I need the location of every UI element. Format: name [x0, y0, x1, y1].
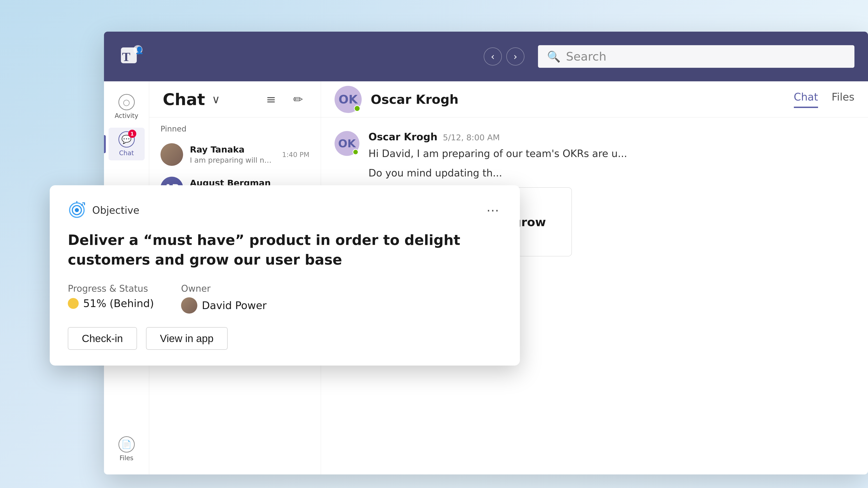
ray-preview: I am preparing will need the initial lis…	[190, 156, 275, 164]
ray-info: Ray Tanaka I am preparing will need the …	[190, 144, 275, 164]
sidebar-item-chat[interactable]: 💬 1 Chat	[108, 128, 145, 160]
chat-dropdown-icon[interactable]: ∨	[212, 93, 220, 106]
convo-tabs: Chat Files	[794, 91, 855, 108]
popup-more-button[interactable]: ⋯	[484, 201, 502, 219]
progress-dot-icon	[68, 298, 79, 309]
popup-objective-label: Objective	[92, 204, 140, 216]
popup-card: Objective ⋯ Deliver a “must have” produc…	[50, 185, 520, 365]
title-bar: T 👤 ‹ › 🔍 Search	[104, 32, 868, 81]
sidebar-item-files[interactable]: 📄 Files	[108, 433, 145, 465]
chat-badge: 1	[128, 130, 136, 138]
sidebar-activity-wrap: ○ Activity	[104, 90, 149, 123]
tab-files[interactable]: Files	[832, 91, 855, 108]
chat-panel-header: Chat ∨ ≡ ✏	[149, 81, 321, 118]
svg-text:👤: 👤	[135, 46, 144, 55]
tab-chat[interactable]: Chat	[794, 91, 818, 108]
sidebar-files-wrap: 📄 Files	[104, 433, 149, 465]
compose-icon[interactable]: ✏	[289, 90, 307, 108]
ray-avatar	[160, 143, 183, 166]
ray-time: 1:40 PM	[282, 151, 309, 159]
chat-item-ray[interactable]: Ray Tanaka I am preparing will need the …	[149, 138, 321, 171]
svg-text:T: T	[122, 50, 130, 64]
msg-time: 5/12, 8:00 AM	[443, 133, 500, 142]
convo-header: OK Oscar Krogh Chat Files	[321, 81, 868, 118]
msg-status-dot	[352, 149, 359, 155]
chat-icon: 💬 1	[119, 131, 135, 148]
files-icon: 📄	[119, 436, 135, 453]
search-bar[interactable]: 🔍 Search	[538, 45, 855, 68]
sidebar-item-files-label: Files	[120, 454, 133, 462]
popup-objective-icon	[68, 201, 86, 219]
chat-panel-title: Chat	[163, 90, 205, 109]
owner-avatar	[181, 297, 197, 314]
msg-avatar-ok: OK	[335, 131, 360, 156]
sidebar-item-activity[interactable]: ○ Activity	[108, 90, 145, 123]
svg-point-11	[75, 208, 79, 212]
popup-owner-section: Owner David Power	[181, 283, 267, 314]
sidebar-item-activity-label: Activity	[115, 112, 138, 120]
popup-meta: Progress & Status 51% (Behind) Owner Dav…	[68, 283, 502, 314]
convo-status-dot	[354, 105, 360, 111]
teams-logo-icon: T 👤	[118, 43, 145, 70]
pinned-label: Pinned	[149, 124, 321, 138]
sidebar-chat-wrap: 💬 1 Chat	[104, 128, 149, 160]
popup-header-left: Objective	[68, 201, 140, 219]
forward-button[interactable]: ›	[506, 47, 524, 66]
popup-actions: Check-in View in app	[68, 327, 502, 350]
search-icon: 🔍	[547, 50, 561, 63]
filter-icon[interactable]: ≡	[262, 90, 280, 108]
view-in-app-button[interactable]: View in app	[146, 327, 228, 350]
activity-icon: ○	[119, 94, 135, 110]
progress-text: 51% (Behind)	[83, 297, 154, 310]
popup-owner-label: Owner	[181, 283, 267, 294]
popup-progress-section: Progress & Status 51% (Behind)	[68, 283, 154, 314]
popup-title: Deliver a “must have” product in order t…	[68, 230, 502, 270]
msg-text-1: Hi David, I am preparing of our team's O…	[368, 146, 855, 161]
search-placeholder: Search	[566, 50, 607, 63]
msg-sender: Oscar Krogh	[368, 131, 437, 142]
popup-progress-label: Progress & Status	[68, 283, 154, 294]
popup-header: Objective ⋯	[68, 201, 502, 219]
msg-text-2: Do you mind updating th...	[368, 166, 855, 181]
checkin-button[interactable]: Check-in	[68, 327, 137, 350]
popup-progress-value: 51% (Behind)	[68, 297, 154, 310]
popup-owner-value: David Power	[181, 297, 267, 314]
nav-arrows: ‹ ›	[484, 47, 524, 66]
active-indicator	[104, 135, 106, 153]
msg-header: Oscar Krogh 5/12, 8:00 AM	[368, 131, 855, 142]
convo-contact-name: Oscar Krogh	[371, 92, 458, 107]
sidebar-item-chat-label: Chat	[119, 149, 134, 157]
back-button[interactable]: ‹	[484, 47, 502, 66]
ray-name: Ray Tanaka	[190, 144, 275, 155]
chat-header-actions: ≡ ✏	[262, 90, 307, 108]
convo-avatar: OK	[335, 86, 362, 113]
owner-name: David Power	[202, 299, 267, 312]
